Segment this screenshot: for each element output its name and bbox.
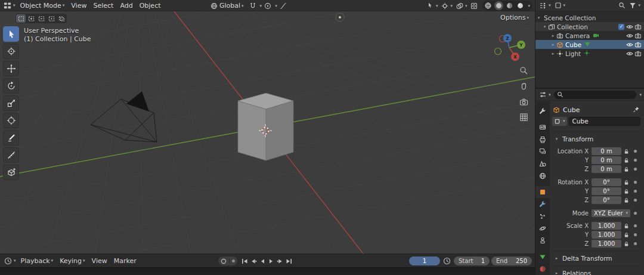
timeline-menu-view[interactable]: View xyxy=(89,257,110,265)
gizmo-neg-y-handle[interactable] xyxy=(495,48,501,55)
relations-section-header[interactable]: ▸ Relations xyxy=(551,268,642,275)
outliner-row-cube[interactable]: ▸ Cube xyxy=(535,40,644,49)
shading-solid-button[interactable] xyxy=(494,1,503,10)
hide-viewport-toggle[interactable] xyxy=(626,33,634,39)
show-overlays-button[interactable]: ▾ xyxy=(455,2,469,10)
snap-toggle[interactable] xyxy=(248,2,258,10)
animate-dot[interactable] xyxy=(634,181,637,184)
disclosure-triangle-icon[interactable]: ▸ xyxy=(550,51,556,56)
outliner-row-light[interactable]: ▸ Light xyxy=(535,49,644,58)
select-mode-extend[interactable] xyxy=(26,14,36,23)
select-mode-intersect[interactable] xyxy=(57,14,66,23)
object-type-dropdown[interactable]: ▾ xyxy=(552,117,567,126)
animate-dot[interactable] xyxy=(634,150,637,153)
rotation-y-field[interactable]: 0° xyxy=(592,187,621,195)
snap-menu-button[interactable]: ▾ xyxy=(260,4,262,8)
lock-icon[interactable] xyxy=(623,157,630,163)
orientation-select[interactable]: Global▾ xyxy=(208,1,247,10)
transform-section-header[interactable]: ▾ Transform xyxy=(551,134,642,144)
disclosure-triangle-icon[interactable]: ▸ xyxy=(550,33,556,38)
outliner-search-button[interactable] xyxy=(617,2,627,9)
gizmo-z-handle[interactable]: Z xyxy=(503,34,512,42)
timeline-editor-button[interactable]: ▾ xyxy=(3,257,17,265)
menu-view[interactable]: View xyxy=(68,1,89,10)
animate-dot[interactable] xyxy=(634,242,637,245)
jump-to-start-button[interactable] xyxy=(240,257,249,266)
tool-transform[interactable] xyxy=(3,113,19,128)
rotation-z-field[interactable]: 0° xyxy=(592,196,621,204)
select-mode-invert[interactable] xyxy=(47,14,56,23)
play-reverse-button[interactable] xyxy=(258,257,267,266)
lock-icon[interactable] xyxy=(623,223,630,229)
animate-dot[interactable] xyxy=(634,168,637,171)
hide-viewport-toggle[interactable] xyxy=(626,51,634,57)
rotation-x-field[interactable]: 0° xyxy=(592,178,621,186)
lock-icon[interactable] xyxy=(623,189,630,194)
tool-scale[interactable] xyxy=(3,95,19,111)
xray-toggle[interactable] xyxy=(469,2,479,10)
mode-select[interactable]: Object Mode▾ xyxy=(17,1,68,10)
lock-icon[interactable] xyxy=(623,197,630,203)
falloff-button[interactable] xyxy=(278,2,288,10)
disclosure-triangle-icon[interactable]: ▾ xyxy=(541,24,548,29)
editor-type-button[interactable]: ▾ xyxy=(2,2,17,10)
pin-icon[interactable] xyxy=(633,106,640,113)
animate-dot[interactable] xyxy=(634,233,637,236)
disable-render-toggle[interactable] xyxy=(634,41,642,48)
next-keyframe-button[interactable] xyxy=(276,257,284,266)
scale-y-field[interactable]: 1.000 xyxy=(592,231,621,239)
current-frame-field[interactable]: 1 xyxy=(409,257,440,265)
object-name-field[interactable]: Cube xyxy=(569,117,640,126)
gizmo-y-handle[interactable]: Y xyxy=(517,41,525,49)
shading-wireframe-button[interactable] xyxy=(484,1,493,10)
shading-rendered-button[interactable] xyxy=(516,1,525,10)
lock-icon[interactable] xyxy=(623,149,630,155)
show-gizmo-button[interactable]: ▾ xyxy=(440,2,454,10)
play-button[interactable] xyxy=(267,257,275,266)
zoom-button[interactable] xyxy=(519,66,528,77)
tab-modifiers[interactable] xyxy=(535,198,550,210)
outliner-row-scene-collection[interactable]: ▾ Scene Collection xyxy=(535,13,644,22)
frame-start-field[interactable]: Start 1 xyxy=(454,257,490,265)
properties-search-input[interactable] xyxy=(554,91,637,99)
pan-button[interactable] xyxy=(519,82,528,92)
select-mode-set[interactable] xyxy=(16,14,26,23)
animate-dot[interactable] xyxy=(634,212,637,215)
camera-view-button[interactable] xyxy=(519,97,528,108)
menu-marker[interactable]: Marker xyxy=(111,257,140,265)
tool-add-cube[interactable] xyxy=(3,165,19,180)
tab-object-data[interactable] xyxy=(535,251,550,262)
tab-view-layer[interactable] xyxy=(535,146,550,157)
tab-constraints[interactable] xyxy=(535,234,550,246)
tool-move[interactable] xyxy=(3,61,19,76)
scale-x-field[interactable]: 1.000 xyxy=(592,222,621,230)
tab-output[interactable] xyxy=(535,134,550,146)
location-z-field[interactable]: 0 m xyxy=(592,165,621,173)
location-y-field[interactable]: 0 m xyxy=(592,156,621,164)
cube-object[interactable] xyxy=(238,93,293,160)
outliner-editor-button[interactable]: ▾ xyxy=(538,2,552,10)
outliner-row-collection[interactable]: ▾ Collection ✓ xyxy=(535,22,644,31)
tab-render[interactable] xyxy=(535,121,550,133)
outliner-filter-button[interactable]: ▾ xyxy=(628,2,642,9)
menu-object[interactable]: Object xyxy=(137,1,164,10)
proportional-edit-toggle[interactable] xyxy=(263,2,273,10)
tab-tool[interactable] xyxy=(535,105,550,117)
lock-icon[interactable] xyxy=(623,241,630,247)
tool-select-box[interactable] xyxy=(3,26,19,42)
disable-render-toggle[interactable] xyxy=(634,50,642,57)
menu-keying[interactable]: Keying▾ xyxy=(57,257,88,265)
hide-viewport-toggle[interactable] xyxy=(626,24,634,30)
properties-options-button[interactable]: ▾ xyxy=(639,92,642,97)
select-mode-subtract[interactable] xyxy=(36,14,46,23)
auto-keying-group[interactable] xyxy=(218,257,237,265)
animate-dot[interactable] xyxy=(634,199,637,202)
jump-to-end-button[interactable] xyxy=(285,257,293,266)
collection-checkbox[interactable]: ✓ xyxy=(618,24,624,30)
shading-menu-button[interactable]: ▾ xyxy=(528,4,530,8)
tool-rotate[interactable] xyxy=(3,78,19,94)
proportional-menu-button[interactable]: ▾ xyxy=(275,4,277,8)
location-x-field[interactable]: 0 m xyxy=(592,147,621,155)
tab-object[interactable] xyxy=(535,186,550,198)
outliner-display-mode-button[interactable]: ▾ xyxy=(553,2,567,9)
